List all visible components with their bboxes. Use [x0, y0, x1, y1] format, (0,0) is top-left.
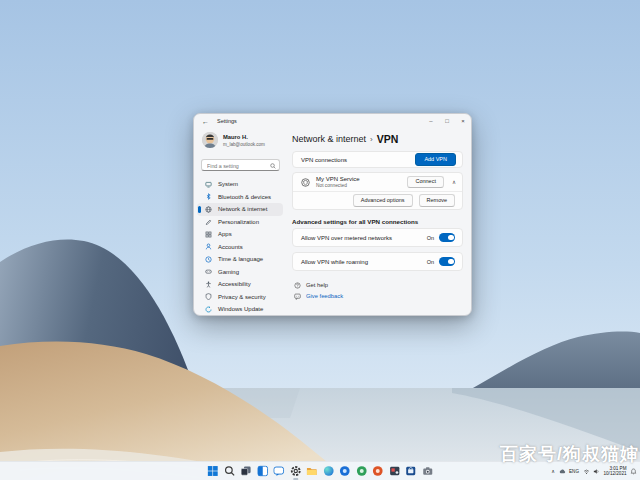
give-feedback-link[interactable]: Give feedback — [294, 291, 343, 301]
windows-update-icon — [205, 306, 212, 313]
sidebar-item-bluetooth-devices[interactable]: Bluetooth & devices — [197, 191, 283, 204]
wifi-icon[interactable] — [583, 468, 590, 475]
app-circle-blue-icon[interactable] — [338, 465, 351, 478]
edge-icon[interactable] — [322, 465, 335, 478]
sidebar-item-label: Accounts — [218, 244, 243, 250]
apps-icon — [205, 231, 212, 238]
vpn-entry-card: My VPN Service Not connected Connect ∧ A… — [292, 172, 463, 210]
vpn-entry-actions: Advanced options Remove — [293, 192, 462, 209]
vpn-connections-label: VPN connections — [301, 157, 347, 163]
profile-email: m_lab@outlook.com — [223, 142, 265, 147]
settings-icon[interactable] — [289, 465, 302, 478]
remove-button[interactable]: Remove — [419, 194, 455, 207]
toggle-knob — [448, 259, 454, 265]
main-content: Network & internet › VPN VPN connections… — [286, 128, 471, 315]
roaming-toggle[interactable] — [439, 257, 455, 266]
metered-networks-toggle-card: Allow VPN over metered networks On — [292, 228, 463, 247]
vpn-entry-row[interactable]: My VPN Service Not connected Connect ∧ — [293, 173, 462, 191]
connect-button[interactable]: Connect — [407, 176, 444, 189]
sidebar-item-network-internet[interactable]: Network & internet — [197, 203, 283, 216]
speaker-icon[interactable] — [593, 468, 600, 475]
privacy-icon — [205, 293, 212, 300]
widgets-icon[interactable] — [256, 465, 269, 478]
caption-buttons: – □ × — [423, 114, 471, 128]
tray-chevron-up-icon[interactable]: ∧ — [551, 468, 555, 474]
store-app-icon[interactable] — [404, 465, 417, 478]
chat-icon[interactable] — [272, 465, 285, 478]
gaming-icon — [205, 268, 212, 275]
sidebar-item-system[interactable]: System — [197, 178, 283, 191]
get-help-label: Get help — [306, 282, 328, 288]
add-vpn-button[interactable]: Add VPN — [415, 153, 456, 166]
breadcrumb: Network & internet › VPN — [292, 133, 398, 145]
breadcrumb-separator: › — [370, 135, 373, 144]
advanced-options-button[interactable]: Advanced options — [353, 194, 413, 207]
app-circle-green-icon[interactable] — [355, 465, 368, 478]
photos-app-icon[interactable] — [388, 465, 401, 478]
toggle-state-label: On — [427, 259, 434, 265]
notification-bell-icon[interactable] — [630, 468, 637, 475]
toggle-knob — [448, 235, 454, 241]
sidebar-item-accessibility[interactable]: Accessibility — [197, 278, 283, 291]
accessibility-icon — [205, 281, 212, 288]
sidebar-item-time-language[interactable]: Time & language — [197, 253, 283, 266]
language-indicator[interactable]: ENG — [569, 469, 579, 474]
sidebar-item-privacy-security[interactable]: Privacy & security — [197, 291, 283, 304]
get-help-icon — [294, 282, 301, 289]
minimize-button[interactable]: – — [423, 114, 439, 128]
sidebar-item-personalization[interactable]: Personalization — [197, 216, 283, 229]
search-icon — [270, 163, 276, 169]
file-explorer-icon[interactable] — [305, 465, 318, 478]
avatar — [202, 132, 218, 148]
sidebar: Mauro H. m_lab@outlook.com System Blueto… — [194, 128, 286, 315]
sidebar-item-label: Time & language — [218, 256, 263, 262]
sidebar-item-label: Gaming — [218, 269, 239, 275]
taskbar-icons — [206, 465, 434, 478]
sidebar-item-windows-update[interactable]: Windows Update — [197, 303, 283, 316]
tray-clock[interactable]: 3:01 PM 10/12/2021 — [604, 466, 627, 477]
roaming-label: Allow VPN while roaming — [301, 259, 368, 265]
page-title: VPN — [377, 133, 399, 145]
close-button[interactable]: × — [455, 114, 471, 128]
vpn-entry-name: My VPN Service — [316, 176, 360, 182]
profile-name: Mauro H. — [223, 134, 248, 140]
maximize-button[interactable]: □ — [439, 114, 455, 128]
sidebar-item-label: Network & internet — [218, 206, 267, 212]
search-icon[interactable] — [223, 465, 236, 478]
sidebar-item-label: Privacy & security — [218, 294, 266, 300]
search-box[interactable] — [201, 159, 280, 171]
personalization-icon — [205, 218, 212, 225]
metered-networks-label: Allow VPN over metered networks — [301, 235, 392, 241]
sidebar-nav: System Bluetooth & devices Network & int… — [197, 178, 283, 316]
bluetooth-icon — [205, 193, 212, 200]
chevron-up-icon[interactable]: ∧ — [452, 179, 456, 185]
start-icon[interactable] — [206, 465, 219, 478]
back-button[interactable]: ← — [202, 118, 209, 125]
breadcrumb-parent[interactable]: Network & internet — [292, 134, 366, 144]
sidebar-item-label: Personalization — [218, 219, 259, 225]
task-view-icon[interactable] — [239, 465, 252, 478]
app-circle-red-icon[interactable] — [371, 465, 384, 478]
watermark: 百家号/狗叔猫婶 — [500, 442, 639, 466]
sidebar-item-label: Accessibility — [218, 281, 251, 287]
network-icon — [205, 206, 212, 213]
advanced-settings-heading: Advanced settings for all VPN connection… — [292, 218, 418, 225]
sidebar-item-apps[interactable]: Apps — [197, 228, 283, 241]
titlebar: ← Settings – □ × — [194, 114, 471, 128]
tray-date: 10/12/2021 — [604, 471, 627, 477]
accounts-icon — [205, 243, 212, 250]
sidebar-item-label: Windows Update — [218, 306, 263, 312]
give-feedback-label: Give feedback — [306, 293, 343, 299]
search-input[interactable] — [205, 160, 271, 172]
get-help-link[interactable]: Get help — [294, 280, 328, 290]
camera-app-icon[interactable] — [421, 465, 434, 478]
settings-window: ← Settings – □ × Mauro H. m_lab@outlook.… — [193, 113, 472, 316]
window-title: Settings — [217, 118, 237, 124]
sidebar-item-accounts[interactable]: Accounts — [197, 241, 283, 254]
sidebar-item-label: System — [218, 181, 238, 187]
metered-networks-toggle[interactable] — [439, 233, 455, 242]
onedrive-cloud-icon[interactable] — [559, 468, 566, 475]
sidebar-item-gaming[interactable]: Gaming — [197, 266, 283, 279]
vpn-connections-card: VPN connections Add VPN — [292, 151, 463, 168]
sidebar-item-label: Apps — [218, 231, 232, 237]
